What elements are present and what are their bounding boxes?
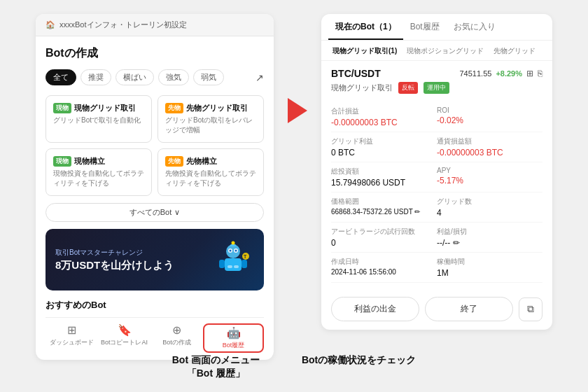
caption-right: Botの稼働状況をチェック xyxy=(302,354,416,381)
caption-left: Bot 画面のメニュー「Bot 履歴」 xyxy=(172,354,260,381)
metric-total-investment: 総投資額 15.79498066 USDT xyxy=(331,162,437,192)
bot-type-label: 現物グリッド取引 xyxy=(331,83,393,93)
spot-tag2: 現物 xyxy=(53,156,71,167)
spot-grid-title: 現物グリッド取引 xyxy=(74,103,136,113)
futures-dca-desc: 先物投資を自動化してボラティリティを下げる xyxy=(165,169,256,188)
promo-banner[interactable]: 取引Botマスターチャレンジ 8万USDTを山分けしよう xyxy=(46,229,264,290)
tab-favorites[interactable]: お気に入り xyxy=(447,14,503,40)
svg-point-6 xyxy=(230,250,232,252)
left-panel: 🏠 xxxxBotインフォ・トレーリン初設定 Botの作成 全て 推奨 横ばい … xyxy=(36,14,274,360)
filter-tab-bearish[interactable]: 弱気 xyxy=(193,69,224,85)
metric-runtime: 稼働時間 1M xyxy=(437,253,542,283)
metric-currency-profit: 通貨損益額 -0.00000003 BTC xyxy=(437,132,542,162)
tab-current-bot[interactable]: 現在のBot（1） xyxy=(328,14,403,40)
svg-rect-11 xyxy=(234,265,239,268)
spot-dca-title: 現物構立 xyxy=(74,156,105,167)
svg-rect-2 xyxy=(219,260,225,268)
svg-rect-1 xyxy=(225,258,241,271)
svg-rect-3 xyxy=(241,260,247,268)
futures-dca-title: 先物構立 xyxy=(186,156,217,167)
bot-card-spot-dca[interactable]: 現物 現物構立 現物投資を自動化してボラティリティを下げる xyxy=(46,148,152,196)
metric-apy: APY -5.17% xyxy=(437,162,542,192)
share-icon[interactable]: ↗ xyxy=(255,72,264,83)
dashboard-icon: ⊞ xyxy=(67,323,76,337)
futures-tag: 先物 xyxy=(165,103,183,113)
metric-created-at: 作成日時 2024-11-06 15:56:00 xyxy=(331,253,437,283)
metric-roi: ROI -0.02% xyxy=(437,102,542,132)
svg-rect-10 xyxy=(227,265,232,268)
filter-tab-bullish[interactable]: 強気 xyxy=(158,69,189,85)
right-arrow-icon xyxy=(288,98,307,123)
nav-dashboard-label: ダッシュボード xyxy=(50,338,94,347)
panels-row: 🏠 xxxxBotインフォ・トレーリン初設定 Botの作成 全て 推奨 横ばい … xyxy=(0,0,588,367)
sub-tab-spot-position[interactable]: 現物ポジショングリッド xyxy=(402,45,488,57)
bot-card-spot-grid[interactable]: 現物 現物グリッド取引 グリッドBotで取引を自動化 xyxy=(46,95,152,143)
promo-title: 8万USDTを山分けしよう xyxy=(55,259,174,272)
recommended-title: おすすめのBot xyxy=(46,299,264,312)
bot-card-futures-dca[interactable]: 先物 先物構立 先物投資を自動化してボラティリティを下げる xyxy=(158,148,264,196)
badge-running: 運用中 xyxy=(424,82,449,94)
promo-robot-icon: T xyxy=(212,239,254,281)
metric-profit-stop: 利益/損切 --/-- ✏ xyxy=(437,223,542,253)
right-panel: 現在のBot（1） Bot履歴 お気に入り 現物グリッド取引(1) 現物ポジショ… xyxy=(321,14,552,330)
filter-tabs: 全て 推奨 横ばい 強気 弱気 ↗ xyxy=(46,69,264,85)
withdraw-button[interactable]: 利益の出金 xyxy=(331,297,419,321)
promo-text: 取引Botマスターチャレンジ 8万USDTを山分けしよう xyxy=(55,248,174,272)
filter-tab-recommended[interactable]: 推奨 xyxy=(80,69,111,85)
metric-arbitrage-count: アービトラージの試行回数 0 xyxy=(331,223,437,253)
spot-dca-desc: 現物投資を自動化してボラティリティを下げる xyxy=(53,169,144,188)
nav-copy-trade-label: BotコピートレAI xyxy=(101,338,148,347)
bot-card-futures-grid[interactable]: 先物 先物グリッド取引 グリッドBotの取引をレバレッジで増幅 xyxy=(158,95,264,143)
metric-total-profit: 合計損益 -0.00000003 BTC xyxy=(331,102,437,132)
copy-trade-icon: 🔖 xyxy=(118,323,132,337)
nav-bot-history-label: Bot履歴 xyxy=(223,341,245,350)
nav-bot-history[interactable]: 🤖 Bot履歴 xyxy=(203,323,264,353)
top-bar-text: xxxxBotインフォ・トレーリン初設定 xyxy=(59,20,187,30)
bot-detail: BTC/USDT 74511.55 +8.29% ⊞ ⎘ 現物グリッド取引 反転… xyxy=(321,61,552,290)
futures-grid-title: 先物グリッド取引 xyxy=(186,103,248,113)
nav-dashboard[interactable]: ⊞ ダッシュボード xyxy=(46,323,98,353)
top-bar: 🏠 xxxxBotインフォ・トレーリン初設定 xyxy=(36,14,274,36)
metrics-grid: 合計損益 -0.00000003 BTC ROI -0.02% グリッド利益 0… xyxy=(331,102,542,283)
filter-tab-all[interactable]: 全て xyxy=(46,69,76,85)
futures-tag2: 先物 xyxy=(165,156,183,167)
badge-reverse: 反転 xyxy=(398,82,418,94)
create-bot-icon: ⊕ xyxy=(172,323,181,337)
svg-point-9 xyxy=(232,241,235,245)
bot-history-icon: 🤖 xyxy=(227,326,241,340)
arrow-section xyxy=(288,14,307,123)
home-icon: 🏠 xyxy=(46,20,55,29)
bot-grid: 現物 現物グリッド取引 グリッドBotで取引を自動化 先物 先物グリッド取引 グ… xyxy=(46,95,264,196)
chevron-down-icon: ∨ xyxy=(174,208,180,217)
bot-symbol: BTC/USDT xyxy=(331,68,381,79)
nav-create-bot-label: Botの作成 xyxy=(162,338,191,347)
terminate-button[interactable]: 終了 xyxy=(425,297,513,321)
nav-create-bot[interactable]: ⊕ Botの作成 xyxy=(150,323,203,353)
right-sub-tabs: 現物グリッド取引(1) 現物ポジショングリッド 先物グリッド xyxy=(321,41,552,61)
svg-text:T: T xyxy=(244,254,247,259)
sub-tab-futures-grid[interactable]: 先物グリッド xyxy=(489,45,540,57)
bot-price: 74511.55 xyxy=(459,69,491,78)
futures-grid-desc: グリッドBotの取引をレバレッジで増幅 xyxy=(165,115,256,135)
page-title: Botの作成 xyxy=(46,46,264,61)
captions: Bot 画面のメニュー「Bot 履歴」 Botの稼働状況をチェック xyxy=(0,354,588,381)
svg-point-7 xyxy=(235,250,237,252)
copy-button[interactable]: ⧉ xyxy=(519,298,542,321)
view-all-label: すべてのBot xyxy=(130,207,172,218)
sub-tab-spot-grid[interactable]: 現物グリッド取引(1) xyxy=(328,45,401,57)
share-bot-icon[interactable]: ⎘ xyxy=(538,69,542,78)
right-tabs: 現在のBot（1） Bot履歴 お気に入り xyxy=(321,14,552,41)
bot-header: BTC/USDT 74511.55 +8.29% ⊞ ⎘ xyxy=(331,68,542,79)
action-buttons: 利益の出金 終了 ⧉ xyxy=(321,290,552,330)
nav-copy-trade[interactable]: 🔖 BotコピートレAI xyxy=(98,323,150,353)
tab-bot-history[interactable]: Bot履歴 xyxy=(403,14,447,40)
copy-icon: ⧉ xyxy=(527,303,534,315)
bot-price-info: 74511.55 +8.29% ⊞ ⎘ xyxy=(459,69,542,78)
filter-tab-sideways[interactable]: 横ばい xyxy=(115,69,154,85)
grid-display-icon: ⊞ xyxy=(526,69,533,78)
metric-price-range: 価格範囲 66868.34-75372.26 USDT ✏ xyxy=(331,192,437,223)
view-all-button[interactable]: すべてのBot ∨ xyxy=(46,203,264,222)
promo-subtitle: 取引Botマスターチャレンジ xyxy=(55,248,174,258)
metric-grid-count: グリッド数 4 xyxy=(437,192,542,223)
bot-change: +8.29% xyxy=(496,69,522,78)
